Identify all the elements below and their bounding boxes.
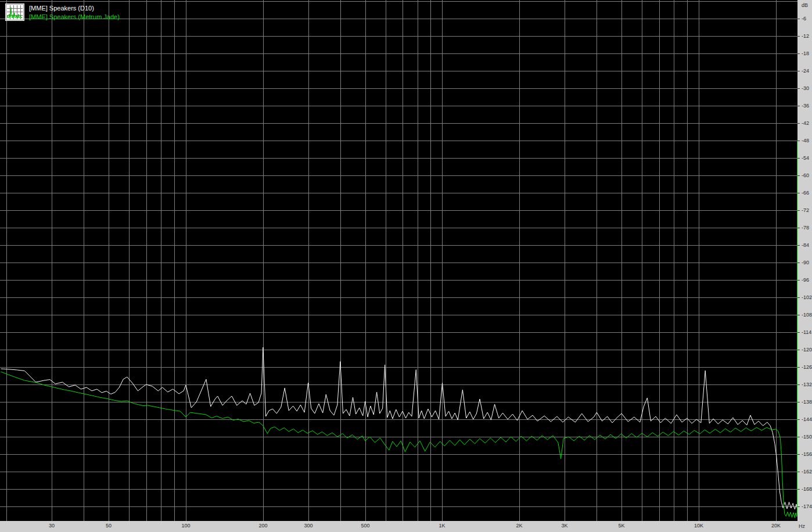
y-tick-label: -132 xyxy=(802,382,812,387)
y-tick-label: -48 xyxy=(802,138,809,143)
y-tick-label: -162 xyxy=(802,469,812,475)
y-tick-mark xyxy=(797,141,800,141)
y-tick-label: -78 xyxy=(802,225,809,231)
y-tick-mark xyxy=(797,36,800,37)
legend-label-series1: [MME] Speakers (D10) xyxy=(29,4,120,13)
y-tick-label: -66 xyxy=(802,190,809,196)
y-tick-mark xyxy=(797,53,800,54)
y-tick-mark xyxy=(797,384,800,385)
y-axis-db: dB -6-12-18-24-30-36-42-48-54-60-66-72-7… xyxy=(797,0,812,521)
y-tick-label: -144 xyxy=(802,416,812,422)
y-tick-label: -102 xyxy=(802,294,812,300)
x-tick-label: 100 xyxy=(181,523,190,529)
legend-label-series2: [MME] Speakers (Metrum Jade) xyxy=(29,13,120,21)
x-axis-frequency: Hz 30501002003005001K2K3K5K10K20K xyxy=(0,521,812,532)
y-tick-mark xyxy=(797,350,800,350)
x-tick-label: 2K xyxy=(516,523,522,529)
y-tick-mark xyxy=(797,454,800,455)
y-tick-mark xyxy=(797,106,800,106)
y-tick-mark xyxy=(797,315,800,315)
y-tick-mark xyxy=(797,472,800,472)
y-tick-label: -126 xyxy=(802,364,812,370)
y-tick-label: -54 xyxy=(802,155,809,161)
y-tick-label: -18 xyxy=(802,51,809,56)
y-tick-mark xyxy=(797,367,800,368)
y-tick-mark xyxy=(797,419,800,420)
y-tick-mark xyxy=(797,71,800,71)
y-tick-label: -42 xyxy=(802,120,809,126)
y-tick-mark xyxy=(797,175,800,176)
y-tick-label: -108 xyxy=(802,312,812,318)
x-tick-label: 10K xyxy=(694,523,703,529)
y-tick-label: -120 xyxy=(802,347,812,353)
y-tick-label: -96 xyxy=(802,277,809,283)
y-tick-mark xyxy=(797,228,800,228)
spectrum-analyzer-icon[interactable] xyxy=(6,4,24,20)
spectrum-analyzer-window: [MME] Speakers (D10) [MME] Speakers (Met… xyxy=(0,0,812,532)
y-tick-mark xyxy=(797,263,800,263)
x-tick-label: 50 xyxy=(106,523,112,529)
y-tick-mark xyxy=(797,245,800,246)
x-tick-label: 20K xyxy=(771,523,781,529)
y-tick-mark xyxy=(797,437,800,437)
x-axis-unit-label: Hz xyxy=(799,523,805,529)
x-tick-label: 30 xyxy=(49,523,55,529)
y-tick-label: -84 xyxy=(802,242,809,248)
y-tick-mark xyxy=(797,210,800,211)
y-tick-label: -72 xyxy=(802,207,809,213)
plot-area xyxy=(0,0,797,521)
y-tick-label: -12 xyxy=(802,33,809,39)
x-tick-label: 1K xyxy=(439,523,445,529)
y-tick-label: -168 xyxy=(802,486,812,492)
y-tick-mark xyxy=(797,88,800,89)
y-axis-unit-label: dB xyxy=(802,2,808,8)
y-tick-label: -60 xyxy=(802,172,809,178)
y-tick-label: -174 xyxy=(802,504,812,509)
legend: [MME] Speakers (D10) [MME] Speakers (Met… xyxy=(6,4,120,21)
y-tick-mark xyxy=(797,489,800,490)
x-tick-label: 300 xyxy=(304,523,312,529)
y-tick-label: -138 xyxy=(802,399,812,405)
y-tick-mark xyxy=(797,332,800,333)
x-tick-label: 500 xyxy=(361,523,369,529)
y-tick-mark xyxy=(797,158,800,159)
y-tick-mark xyxy=(797,123,800,124)
y-tick-label: -114 xyxy=(802,329,811,335)
y-tick-label: -30 xyxy=(802,85,809,91)
y-tick-label: -24 xyxy=(802,68,809,74)
y-tick-label: -90 xyxy=(802,260,809,265)
x-tick-label: 200 xyxy=(258,523,267,529)
y-tick-label: -36 xyxy=(802,103,809,109)
x-tick-label: 3K xyxy=(561,523,567,529)
x-tick-label: 5K xyxy=(618,523,624,529)
y-tick-mark xyxy=(797,19,800,19)
y-tick-label: -6 xyxy=(802,16,806,21)
y-tick-mark xyxy=(797,280,800,281)
spectrum-plot xyxy=(0,0,797,521)
y-tick-label: -156 xyxy=(802,451,812,457)
y-tick-mark xyxy=(797,506,800,507)
y-tick-mark xyxy=(797,297,800,298)
legend-labels: [MME] Speakers (D10) [MME] Speakers (Met… xyxy=(29,4,120,21)
y-tick-mark xyxy=(797,193,800,193)
y-tick-mark xyxy=(797,402,800,402)
y-tick-label: -150 xyxy=(802,434,812,440)
